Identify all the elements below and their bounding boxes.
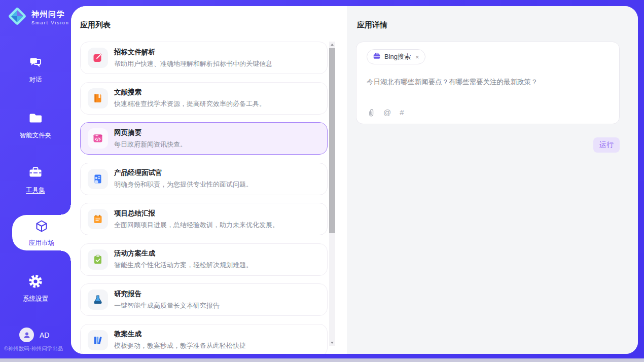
app-name: 活动方案生成 — [114, 249, 253, 258]
scroll-down-button[interactable] — [329, 340, 335, 346]
brand-logo: 神州问学 Smart Vision — [7, 6, 69, 28]
avatar — [19, 328, 34, 342]
app-name: 文献搜索 — [114, 88, 266, 97]
app-card-bid-parse[interactable]: 招标文件解析 帮助用户快速、准确地理解和解析招标书中的关键信息 — [80, 42, 328, 74]
sidebar-item-toolbox[interactable]: 工具集 — [0, 165, 71, 195]
app-name: 网页摘要 — [114, 128, 187, 137]
app-detail-pane: 应用详情 Bing搜索 × 今日湖北有哪些新闻要点？有哪些需要关注的最新政策？ — [347, 6, 638, 354]
app-name: 教案生成 — [114, 330, 246, 339]
scrollbar-thumb[interactable] — [329, 48, 335, 233]
app-list-title: 应用列表 — [80, 20, 111, 30]
scroll-up-button[interactable] — [329, 42, 335, 48]
triangle-down-icon — [331, 342, 334, 344]
mention-icon[interactable]: @ — [383, 108, 391, 116]
edit-square-icon — [88, 48, 108, 68]
app-card-event-plan[interactable]: 活动方案生成 智能生成个性化活动方案，轻松解决规划难题。 — [80, 243, 328, 276]
app-name: 项目总结汇报 — [114, 209, 279, 218]
app-list-scrollbar — [329, 42, 335, 346]
sidebar-item-label: 智能文件夹 — [20, 131, 52, 140]
app-card-web-summary[interactable]: 网页摘要 每日政府新闻资讯快查。 — [80, 122, 328, 155]
app-card-research-report[interactable]: 研究报告 一键智能生成高质量长文本研究报告 — [80, 283, 328, 316]
cube-icon — [34, 219, 49, 236]
tool-chip-label: Bing搜索 — [384, 52, 411, 61]
run-button[interactable]: 运行 — [593, 137, 620, 153]
sidebar-item-chat[interactable]: 对话 — [0, 55, 71, 84]
run-row: 运行 — [356, 137, 620, 153]
sidebar: 神州问学 Smart Vision 对话 智能文件夹 — [0, 0, 71, 358]
browser-code-icon — [88, 128, 108, 149]
app-desc: 快速精准查找学术资源，提高研究效率的必备工具。 — [114, 99, 266, 108]
app-name: 产品经理面试官 — [114, 168, 253, 177]
triangle-up-icon — [331, 44, 334, 46]
gear-icon — [28, 274, 43, 291]
app-desc: 一键智能生成高质量长文本研究报告 — [114, 301, 220, 310]
app-detail-title: 应用详情 — [357, 20, 387, 30]
toolbox-icon — [28, 165, 43, 183]
diamond-logo-icon — [7, 6, 27, 28]
user-name: AD — [40, 331, 49, 339]
app-card-literature-search[interactable]: 文献搜索 快速精准查找学术资源，提高研究效率的必备工具。 — [80, 82, 328, 115]
sidebar-item-app-market[interactable]: 应用市场 — [12, 215, 71, 250]
chip-close-icon[interactable]: × — [415, 53, 419, 61]
composer-card: Bing搜索 × 今日湖北有哪些新闻要点？有哪些需要关注的最新政策？ @ # — [356, 42, 620, 124]
app-name: 研究报告 — [114, 289, 220, 299]
tool-chip-bing-search[interactable]: Bing搜索 × — [367, 49, 425, 64]
composer-toolbar: @ # — [367, 108, 609, 118]
note-icon — [88, 209, 108, 229]
flask-icon — [88, 289, 108, 310]
copyright-footer: ©神州数码·神州问学出品 — [4, 345, 63, 352]
app-window: 神州问学 Smart Vision 对话 智能文件夹 — [0, 0, 644, 358]
app-desc: 每日政府新闻资讯快查。 — [114, 140, 187, 149]
folder-icon — [28, 111, 43, 128]
user-account[interactable]: AD — [19, 328, 49, 342]
app-desc: 全面回顾项目进展，总结经验教训，助力未来优化发展。 — [114, 221, 279, 230]
sidebar-item-label: 系统设置 — [23, 295, 48, 303]
app-list: 招标文件解析 帮助用户快速、准确地理解和解析招标书中的关键信息 文献搜索 — [80, 42, 328, 354]
bubble-curve-top — [61, 205, 71, 215]
sidebar-item-settings[interactable]: 系统设置 — [0, 274, 71, 303]
chat-icon — [28, 55, 43, 72]
attachment-icon[interactable] — [367, 108, 375, 117]
briefcase-icon — [373, 52, 381, 62]
app-card-project-summary[interactable]: 项目总结汇报 全面回顾项目进展，总结经验教训，助力未来优化发展。 — [80, 203, 328, 235]
app-desc: 智能生成个性化活动方案，轻松解决规划难题。 — [114, 261, 253, 270]
app-card-pm-interviewer[interactable]: 产品经理面试官 明确身份和职责，为您提供专业性的面试问题。 — [80, 163, 328, 195]
app-list-pane: 应用列表 招标文件解析 帮助用户快速、准确地理解和解析招标书中的关键信息 — [71, 6, 347, 354]
bubble-curve-bottom — [61, 250, 71, 261]
app-desc: 帮助用户快速、准确地理解和解析招标书中的关键信息 — [114, 59, 272, 68]
brand-subtitle: Smart Vision — [31, 20, 69, 25]
app-desc: 明确身份和职责，为您提供专业性的面试问题。 — [114, 180, 253, 189]
book-icon — [88, 88, 108, 108]
prompt-text[interactable]: 今日湖北有哪些新闻要点？有哪些需要关注的最新政策？ — [367, 78, 609, 87]
books-icon — [88, 330, 108, 350]
sidebar-item-label: 应用市场 — [29, 239, 54, 247]
clipboard-check-icon — [88, 249, 108, 270]
sidebar-item-label: 工具集 — [26, 186, 45, 195]
sidebar-item-smart-folder[interactable]: 智能文件夹 — [0, 111, 71, 140]
interviewer-doc-icon — [88, 169, 108, 189]
hash-icon[interactable]: # — [400, 108, 404, 116]
app-name: 招标文件解析 — [114, 48, 272, 57]
brand-name: 神州问学 — [31, 10, 69, 19]
main-content: 应用列表 招标文件解析 帮助用户快速、准确地理解和解析招标书中的关键信息 — [71, 6, 638, 354]
app-desc: 模板驱动，教案秒成，教学准备从此轻松快捷 — [114, 341, 246, 350]
sidebar-item-label: 对话 — [29, 76, 42, 84]
app-card-lesson-plan[interactable]: 教案生成 模板驱动，教案秒成，教学准备从此轻松快捷 — [80, 324, 328, 354]
